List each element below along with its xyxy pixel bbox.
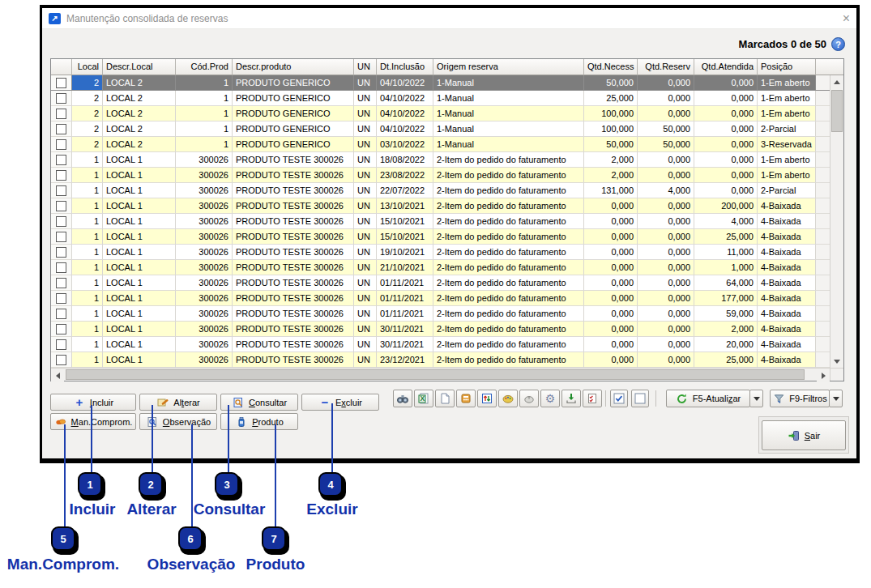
column-header-descrprod[interactable]: Descr.produto	[233, 59, 354, 75]
table-row[interactable]: 1LOCAL 1300026PRODUTO TESTE 300026UN18/0…	[51, 152, 830, 168]
column-header-local[interactable]: Local	[72, 59, 103, 75]
binoculars-search-button[interactable]	[393, 390, 412, 407]
row-checkbox[interactable]	[56, 124, 66, 134]
row-checkbox[interactable]	[56, 139, 66, 150]
row-checkbox[interactable]	[56, 78, 66, 88]
row-checkbox[interactable]	[56, 109, 66, 119]
scroll-down-button[interactable]	[830, 355, 843, 368]
close-button[interactable]: ×	[843, 12, 850, 25]
table-cell: 0,000	[638, 198, 694, 214]
f5-dropdown-arrow[interactable]	[749, 390, 763, 407]
table-row[interactable]: 1LOCAL 1300026PRODUTO TESTE 300026UN01/1…	[51, 306, 830, 322]
table-row[interactable]: 1LOCAL 1300026PRODUTO TESTE 300026UN30/1…	[51, 322, 830, 337]
settings-button[interactable]: ⚙	[540, 390, 560, 407]
table-row[interactable]: 1LOCAL 1300026PRODUTO TESTE 300026UN22/0…	[51, 183, 830, 198]
table-row[interactable]: 1LOCAL 1300026PRODUTO TESTE 300026UN15/1…	[51, 229, 830, 245]
table-row[interactable]: 2LOCAL 21PRODUTO GENERICOUN04/10/20221-M…	[51, 75, 830, 91]
app-window: ↗ Manutenção consolidada de reservas × M…	[40, 5, 860, 463]
help-icon[interactable]: ?	[831, 37, 845, 51]
new-document-button[interactable]	[435, 390, 455, 407]
column-header-posicao[interactable]: Posição	[758, 59, 816, 75]
produto-button[interactable]: Produto	[220, 413, 298, 430]
excel-icon: X	[417, 392, 430, 405]
printer-button[interactable]	[519, 390, 539, 407]
table-cell: 15/10/2021	[377, 229, 433, 245]
row-checkbox[interactable]	[56, 309, 66, 319]
table-row[interactable]: 2LOCAL 21PRODUTO GENERICOUN04/10/20221-M…	[51, 121, 830, 137]
excluir-button[interactable]: − Excluir	[301, 394, 379, 411]
row-filler	[816, 352, 830, 368]
consultar-label: Consultar	[249, 398, 287, 407]
table-row[interactable]: 2LOCAL 21PRODUTO GENERICOUN04/10/20221-M…	[51, 106, 830, 121]
table-row[interactable]: 1LOCAL 1300026PRODUTO TESTE 300026UN19/1…	[51, 245, 830, 260]
horizontal-scrollbar[interactable]	[51, 368, 830, 381]
row-checkbox[interactable]	[56, 355, 66, 365]
row-checkbox[interactable]	[56, 216, 66, 227]
calculator-button[interactable]	[456, 390, 476, 407]
sair-button[interactable]: Sair	[762, 420, 846, 450]
table-row[interactable]: 2LOCAL 21PRODUTO GENERICOUN03/10/20221-M…	[51, 137, 830, 152]
uncheck-all-button[interactable]	[631, 390, 649, 407]
row-checkbox[interactable]	[56, 232, 66, 242]
checklist-button[interactable]	[583, 390, 602, 407]
row-checkbox[interactable]	[56, 278, 66, 288]
table-cell: 2-Item do pedido do faturamento	[433, 291, 584, 306]
table-cell: 1-Em aberto	[758, 168, 816, 183]
sort-order-button[interactable]	[477, 390, 497, 407]
row-filler	[816, 198, 830, 214]
column-header-codprod[interactable]: Cód.Prod	[176, 59, 233, 75]
table-row[interactable]: 1LOCAL 1300026PRODUTO TESTE 300026UN21/1…	[51, 260, 830, 275]
table-cell: 13/10/2021	[377, 198, 433, 214]
table-cell: 131,000	[584, 183, 638, 198]
scroll-right-button[interactable]	[817, 369, 830, 382]
scroll-left-button[interactable]	[51, 369, 64, 382]
table-cell: 4-Baixada	[758, 214, 816, 229]
row-checkbox[interactable]	[56, 324, 66, 334]
table-cell: 2,000	[584, 152, 638, 168]
row-checkbox[interactable]	[56, 93, 66, 104]
import-download-button[interactable]	[561, 390, 581, 407]
column-header-check[interactable]	[51, 59, 72, 75]
row-checkbox[interactable]	[56, 262, 66, 273]
vertical-scroll-thumb[interactable]	[831, 90, 843, 132]
column-header-qtdreserv[interactable]: Qtd.Reserv	[638, 59, 694, 75]
row-checkbox[interactable]	[56, 185, 66, 196]
table-cell: 2-Item do pedido do faturamento	[433, 352, 584, 368]
table-row[interactable]: 1LOCAL 1300026PRODUTO TESTE 300026UN30/1…	[51, 337, 830, 352]
vertical-scrollbar[interactable]	[830, 75, 843, 368]
row-checkbox[interactable]	[56, 155, 66, 165]
f9-dropdown-arrow[interactable]	[829, 390, 843, 407]
color-palette-button[interactable]	[498, 390, 518, 407]
column-header-dtinclusao[interactable]: Dt.Inclusão	[377, 59, 433, 75]
table-row[interactable]: 1LOCAL 1300026PRODUTO TESTE 300026UN01/1…	[51, 275, 830, 291]
row-filler	[816, 291, 830, 306]
incluir-button[interactable]: + Incluir	[50, 394, 136, 411]
column-header-qtdnecess[interactable]: Qtd.Necess	[584, 59, 638, 75]
f9-filtros-button[interactable]: F9-Filtros	[770, 390, 830, 407]
row-checkbox[interactable]	[56, 201, 66, 211]
table-row[interactable]: 1LOCAL 1300026PRODUTO TESTE 300026UN01/1…	[51, 291, 830, 306]
table-row[interactable]: 1LOCAL 1300026PRODUTO TESTE 300026UN13/1…	[51, 198, 830, 214]
check-all-button[interactable]	[610, 390, 628, 407]
consultar-button[interactable]: Consultar	[220, 394, 298, 411]
row-checkbox[interactable]	[56, 170, 66, 181]
row-checkbox[interactable]	[56, 247, 66, 258]
table-cell: 4-Baixada	[758, 306, 816, 322]
table-row[interactable]: 1LOCAL 1300026PRODUTO TESTE 300026UN23/0…	[51, 168, 830, 183]
excel-export-button[interactable]: X	[414, 390, 433, 407]
table-row[interactable]: 2LOCAL 21PRODUTO GENERICOUN04/10/20221-M…	[51, 91, 830, 106]
scroll-up-button[interactable]	[830, 75, 843, 88]
horizontal-scroll-thumb[interactable]	[66, 369, 805, 380]
table-row[interactable]: 1LOCAL 1300026PRODUTO TESTE 300026UN15/1…	[51, 214, 830, 229]
row-filler	[816, 229, 830, 245]
column-header-qtdatendida[interactable]: Qtd.Atendida	[694, 59, 758, 75]
table-row[interactable]: 1LOCAL 1300026PRODUTO TESTE 300026UN23/1…	[51, 352, 830, 368]
column-header-origem[interactable]: Origem reserva	[433, 59, 584, 75]
f5-atualizar-button[interactable]: F5-Atualizar	[666, 390, 750, 407]
column-header-un[interactable]: UN	[354, 59, 377, 75]
man-comprom-button[interactable]: Man.Comprom.	[50, 413, 136, 430]
row-checkbox[interactable]	[56, 293, 66, 304]
table-cell: 21/10/2021	[377, 260, 433, 275]
row-checkbox[interactable]	[56, 339, 66, 350]
column-header-descrlocal[interactable]: Descr.Local	[103, 59, 176, 75]
